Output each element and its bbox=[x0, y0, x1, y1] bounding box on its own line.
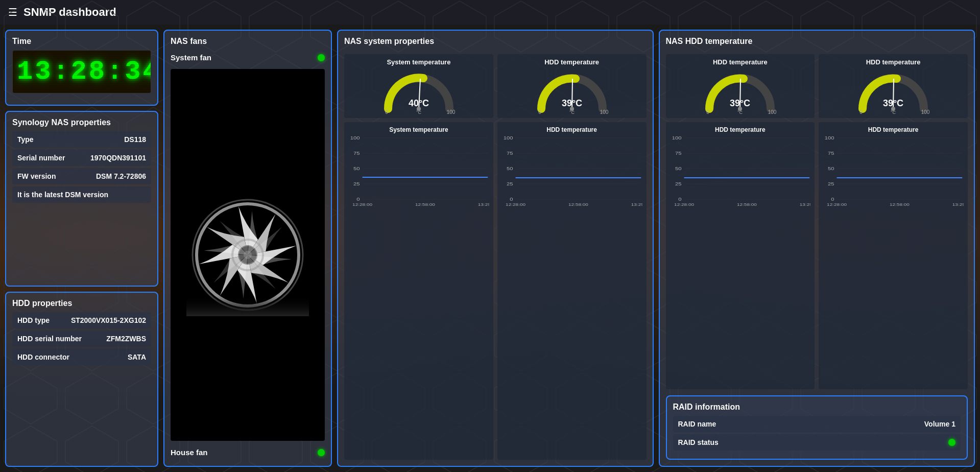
nas-serial-value: 1970QDN391101 bbox=[90, 154, 146, 162]
svg-text:100: 100 bbox=[921, 109, 930, 114]
svg-text:12:58:00: 12:58:00 bbox=[415, 202, 435, 207]
hdd-chart-right-svg: 100 75 50 25 0 12:28:00 12:58:00 13:29:0… bbox=[823, 135, 964, 207]
hdd-temp-gauge-title: HDD temperature bbox=[544, 58, 599, 66]
svg-text:100: 100 bbox=[504, 135, 513, 140]
hdd-gauge-left-svg: 39°C 0 100 °C bbox=[702, 68, 778, 114]
sys-temp-gauge-section: System temperature 40°C 0 100 °C bbox=[344, 54, 493, 118]
nas-props-card: Synology NAS properties Type DS118 Seria… bbox=[5, 111, 158, 287]
charts-row: System temperature 100 75 50 25 0 bbox=[344, 122, 647, 460]
svg-text:12:28:00: 12:28:00 bbox=[352, 202, 372, 207]
svg-text:12:28:00: 12:28:00 bbox=[674, 202, 694, 207]
hdd-serial-value: ZFM2ZWBS bbox=[106, 335, 146, 343]
sys-temp-chart-svg: 100 75 50 25 0 12:28:00 12:58:00 bbox=[348, 135, 489, 207]
svg-text:50: 50 bbox=[675, 166, 682, 171]
svg-text:25: 25 bbox=[675, 181, 682, 186]
sys-temp-chart-section: System temperature 100 75 50 25 0 bbox=[344, 122, 493, 460]
nas-serial-label: Serial number bbox=[17, 154, 65, 162]
svg-text:12:58:00: 12:58:00 bbox=[736, 202, 756, 207]
svg-text:50: 50 bbox=[507, 166, 513, 171]
svg-text:12:58:00: 12:58:00 bbox=[890, 202, 910, 207]
svg-text:39°C: 39°C bbox=[883, 98, 903, 108]
svg-text:100: 100 bbox=[768, 109, 777, 114]
hdd-temp-gauge-section: HDD temperature 39°C 0 100 °C bbox=[497, 54, 647, 118]
nas-fw-label: FW version bbox=[17, 172, 56, 180]
hdd-gauge-right-section: HDD temperature 39°C 0 100 °C bbox=[819, 54, 968, 118]
nas-fw-value: DSM 7.2-72806 bbox=[96, 172, 146, 180]
svg-text:100: 100 bbox=[672, 135, 681, 140]
svg-text:0: 0 bbox=[510, 197, 513, 202]
hdd-connector-row: HDD connector SATA bbox=[12, 349, 151, 365]
app-title: SNMP dashboard bbox=[23, 6, 116, 19]
hdd-chart-section: HDD temperature 100 75 50 25 0 12:28:00 … bbox=[497, 122, 647, 460]
svg-text:75: 75 bbox=[828, 151, 834, 156]
nas-fw-row: FW version DSM 7.2-72806 bbox=[12, 168, 151, 184]
house-fan-status-dot bbox=[318, 449, 325, 456]
svg-text:13:29:00: 13:29:00 bbox=[631, 202, 642, 207]
svg-text:0: 0 bbox=[678, 197, 682, 202]
hdd-props-card: HDD properties HDD type ST2000VX015-2XG1… bbox=[5, 292, 158, 467]
hdd-temp-card: NAS HDD temperature HDD temperature 39°C… bbox=[659, 30, 975, 467]
raid-status-label: RAID status bbox=[678, 438, 719, 446]
svg-text:°C: °C bbox=[569, 110, 575, 114]
fan-image-container bbox=[171, 69, 325, 441]
raid-status-dot bbox=[948, 439, 955, 446]
svg-text:50: 50 bbox=[353, 166, 360, 171]
left-column: Time 13:28:34 Synology NAS properties Ty… bbox=[5, 30, 158, 467]
raid-name-value: Volume 1 bbox=[924, 420, 955, 428]
raid-info-title: RAID information bbox=[673, 403, 961, 412]
svg-text:0: 0 bbox=[385, 109, 388, 114]
svg-text:100: 100 bbox=[447, 109, 456, 114]
sys-props-card-title: NAS system properties bbox=[344, 37, 647, 46]
svg-text:13:29:00: 13:29:00 bbox=[952, 202, 964, 207]
hdd-connector-label: HDD connector bbox=[17, 353, 69, 361]
gauges-row: System temperature 40°C 0 100 °C bbox=[344, 54, 647, 118]
svg-text:0: 0 bbox=[356, 197, 360, 202]
digital-clock-display: 13:28:34 bbox=[12, 50, 151, 93]
svg-text:12:28:00: 12:28:00 bbox=[827, 202, 847, 207]
nas-props-title: Synology NAS properties bbox=[12, 118, 151, 127]
svg-text:39°C: 39°C bbox=[730, 98, 750, 108]
svg-text:°C: °C bbox=[416, 110, 422, 114]
svg-text:100: 100 bbox=[825, 135, 834, 140]
time-card-title: Time bbox=[12, 37, 151, 46]
hdd-gauge-right-svg: 39°C 0 100 °C bbox=[855, 68, 931, 114]
svg-rect-6 bbox=[186, 296, 309, 316]
svg-text:25: 25 bbox=[353, 181, 360, 186]
nas-type-row: Type DS118 bbox=[12, 131, 151, 148]
nas-type-label: Type bbox=[17, 135, 34, 144]
svg-text:40°C: 40°C bbox=[409, 98, 429, 108]
svg-text:13:29:00: 13:29:00 bbox=[478, 202, 489, 207]
hdd-chart-title: HDD temperature bbox=[501, 126, 642, 133]
hdd-chart-svg: 100 75 50 25 0 12:28:00 12:58:00 13:29:0… bbox=[501, 135, 642, 207]
hdd-gauge-right-title: HDD temperature bbox=[866, 58, 921, 66]
svg-text:75: 75 bbox=[507, 151, 513, 156]
hdd-serial-label: HDD serial number bbox=[17, 335, 82, 343]
hdd-temp-gauge-svg: 39°C 0 100 °C bbox=[534, 68, 610, 114]
svg-text:75: 75 bbox=[675, 151, 682, 156]
house-fan-row: House fan bbox=[171, 445, 325, 460]
sys-temp-gauge-svg: 40°C 0 100 °C bbox=[380, 68, 457, 114]
fans-card: NAS fans System fan bbox=[163, 30, 332, 467]
system-fan-row: System fan bbox=[171, 50, 325, 65]
svg-text:0: 0 bbox=[859, 109, 863, 114]
svg-text:0: 0 bbox=[538, 109, 541, 114]
hdd-gauges-row: HDD temperature 39°C 0 100 °C HDD temper… bbox=[666, 54, 968, 118]
hdd-type-row: HDD type ST2000VX015-2XG102 bbox=[12, 312, 151, 328]
svg-text:100: 100 bbox=[600, 109, 608, 114]
hdd-gauge-left-title: HDD temperature bbox=[713, 58, 768, 66]
hdd-connector-value: SATA bbox=[128, 353, 146, 361]
svg-text:100: 100 bbox=[350, 135, 360, 140]
system-fan-status-dot bbox=[318, 54, 325, 61]
hdd-type-label: HDD type bbox=[17, 316, 50, 324]
nas-serial-row: Serial number 1970QDN391101 bbox=[12, 150, 151, 166]
hdd-chart-right: HDD temperature 100 75 50 25 0 12:28:00 … bbox=[819, 122, 968, 389]
system-fan-label: System fan bbox=[171, 53, 211, 62]
menu-icon[interactable]: ☰ bbox=[8, 6, 17, 18]
sys-temp-chart-title: System temperature bbox=[348, 126, 489, 133]
svg-text:25: 25 bbox=[507, 181, 513, 186]
hdd-chart-left-svg: 100 75 50 25 0 12:28:00 12:58:00 13:29:0… bbox=[670, 135, 811, 207]
sys-props-card: NAS system properties System temperature… bbox=[337, 30, 654, 467]
svg-text:°C: °C bbox=[891, 110, 896, 114]
fans-card-title: NAS fans bbox=[171, 37, 325, 46]
raid-name-label: RAID name bbox=[678, 420, 716, 428]
